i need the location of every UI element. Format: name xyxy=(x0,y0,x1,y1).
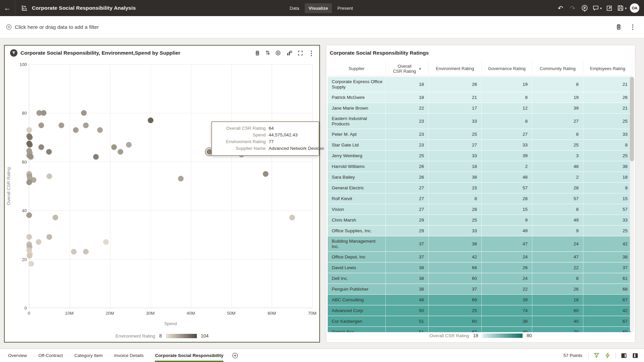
scatter-point[interactable] xyxy=(97,127,103,133)
scatter-point[interactable] xyxy=(39,122,44,128)
filter-badge-icon[interactable] xyxy=(10,49,17,57)
toggle-left-panel-button[interactable] xyxy=(632,352,639,359)
avatar[interactable]: OA xyxy=(630,3,639,13)
scatter-point[interactable] xyxy=(71,249,76,255)
toggle-right-panel-button[interactable] xyxy=(621,352,627,359)
table-row[interactable]: Patrick Ess5167407060 xyxy=(328,327,632,332)
scatter-point[interactable] xyxy=(28,154,34,160)
column-header[interactable]: Employees Rating xyxy=(583,61,632,76)
scatter-point[interactable] xyxy=(118,149,123,155)
view-tab-data[interactable]: Data xyxy=(286,3,304,13)
viz-menu-button[interactable]: ⋮ xyxy=(308,49,315,57)
scatter-point[interactable] xyxy=(59,122,64,128)
canvas-tab-off-contract[interactable]: Off-Contract xyxy=(38,349,63,362)
scatter-point[interactable] xyxy=(289,215,295,221)
table-row[interactable]: Building Management Inc.3738472442 xyxy=(328,236,632,252)
scatter-point[interactable] xyxy=(73,127,78,133)
scatter-point[interactable] xyxy=(26,213,32,218)
back-button[interactable]: ← xyxy=(0,0,15,16)
view-tab-visualize[interactable]: Visualize xyxy=(305,3,332,13)
table-row[interactable]: Office Supplies, Inc.293349925 xyxy=(328,226,632,236)
scatter-point[interactable] xyxy=(26,180,32,185)
table-row[interactable]: Cor Kasbergen5160384067 xyxy=(328,316,632,327)
table-row[interactable]: Patrick McGwire182181926 xyxy=(328,92,632,103)
sort-button[interactable]: ⇅ xyxy=(266,49,270,57)
canvas-tab-corporate-social-responsibility[interactable]: Corporate Social Responsibility xyxy=(155,349,223,362)
table-row[interactable]: Chris Marsh292594933 xyxy=(328,215,632,226)
scatter-point[interactable] xyxy=(111,144,117,150)
view-tab-present[interactable]: Present xyxy=(333,3,357,13)
canvas-tab-category-item[interactable]: Category Item xyxy=(74,349,103,362)
undo-button[interactable]: ↶ xyxy=(556,3,565,13)
scatter-point[interactable] xyxy=(93,154,99,160)
table-row[interactable]: Eastern Industrial Products233382725 xyxy=(328,114,632,129)
add-canvas-button[interactable] xyxy=(232,353,238,359)
auto-insights-button[interactable] xyxy=(286,49,292,57)
table-row[interactable]: Penguin Publisher3837222668 xyxy=(328,284,632,295)
scrollbar-thumb[interactable] xyxy=(630,77,634,161)
supplier-cell: Office Supplies, Inc. xyxy=(328,226,386,236)
table-row[interactable]: Jerry Weinberg253339325 xyxy=(328,150,632,161)
viz-status-button[interactable] xyxy=(254,49,261,57)
redo-button[interactable]: ↷ xyxy=(568,3,577,13)
table-row[interactable]: Vision272815857 xyxy=(328,204,632,215)
column-header[interactable]: Environment Rating xyxy=(429,61,482,76)
scatter-point[interactable] xyxy=(46,149,52,155)
column-header[interactable]: Governance Rating xyxy=(482,61,532,76)
filter-indicator-button[interactable] xyxy=(593,352,600,359)
table-row[interactable]: Star Gate Ltd232733258 xyxy=(328,140,632,150)
performance-button[interactable] xyxy=(604,352,611,359)
column-header[interactable]: Supplier xyxy=(328,61,386,76)
caret-down-icon: ▾ xyxy=(625,6,627,10)
canvas-tab-overview[interactable]: Overview xyxy=(8,349,27,362)
save-button[interactable]: ▾ xyxy=(617,3,627,13)
scatter-point[interactable] xyxy=(27,134,33,140)
scatter-point[interactable] xyxy=(148,117,153,123)
scatter-point[interactable] xyxy=(83,249,89,255)
export-button[interactable] xyxy=(605,3,614,13)
scatter-point[interactable] xyxy=(41,110,47,116)
table-row[interactable]: General Electric271557288 xyxy=(328,183,632,193)
scatter-point[interactable] xyxy=(26,234,32,240)
comments-button[interactable]: ▾ xyxy=(592,3,602,13)
scatter-point[interactable] xyxy=(81,110,87,116)
add-filter-button[interactable]: Click here or drag data to add a filter xyxy=(6,24,99,30)
table-row[interactable]: David Lewis3868262237 xyxy=(328,262,632,273)
table-row[interactable]: Corporate Express Office Supply182619821 xyxy=(328,77,632,92)
scatter-point[interactable] xyxy=(47,173,52,179)
legend-max: 104 xyxy=(201,333,209,339)
table-row[interactable]: Rolf Kievit278285715 xyxy=(328,193,632,204)
canvas-settings-button[interactable] xyxy=(615,23,622,31)
scatter-point[interactable] xyxy=(47,234,52,240)
table-row[interactable]: Harrold Williams261824838 xyxy=(328,161,632,172)
table-row[interactable]: Advanced Corp5025746042 xyxy=(328,305,632,316)
scatter-point[interactable] xyxy=(27,253,33,259)
scatter-point[interactable] xyxy=(36,239,41,245)
scatter-point[interactable] xyxy=(26,127,32,133)
drill-button[interactable] xyxy=(275,49,281,57)
column-header[interactable]: Overall CSR Rating▲ xyxy=(386,61,429,76)
scatter-point[interactable] xyxy=(39,144,44,150)
scatter-point[interactable] xyxy=(53,215,58,221)
canvas-menu-button[interactable]: ⋮ xyxy=(630,24,636,30)
scatter-point[interactable] xyxy=(103,239,109,245)
table-scrollbar[interactable] xyxy=(630,77,634,332)
scatter-point[interactable] xyxy=(27,142,33,147)
supplier-cell: Peter M. Apt xyxy=(328,129,386,139)
scatter-point[interactable] xyxy=(263,171,269,177)
canvas-tab-invoice-details[interactable]: Invoice Details xyxy=(114,349,144,362)
scatter-point[interactable] xyxy=(178,176,184,182)
table-row[interactable]: Peter M. Apt232527833 xyxy=(328,129,632,140)
column-header[interactable]: Community Rating xyxy=(532,61,583,76)
maximize-button[interactable] xyxy=(298,49,303,57)
scatter-point[interactable] xyxy=(83,122,89,128)
scatter-point[interactable] xyxy=(29,261,34,267)
assistant-button[interactable] xyxy=(580,3,589,13)
table-row[interactable]: Office Depot, Inc3742244738 xyxy=(328,252,632,262)
table-row[interactable]: ABC Consulting4869391867 xyxy=(328,295,632,305)
scatter-point[interactable] xyxy=(126,142,131,147)
table-row[interactable]: Dell Inc.386024861 xyxy=(328,273,632,284)
table-row[interactable]: Sara Bailey263848218 xyxy=(328,172,632,183)
table-row[interactable]: Jane Marie Brown2217123921 xyxy=(328,103,632,114)
rating-cell: 39 xyxy=(482,150,532,161)
